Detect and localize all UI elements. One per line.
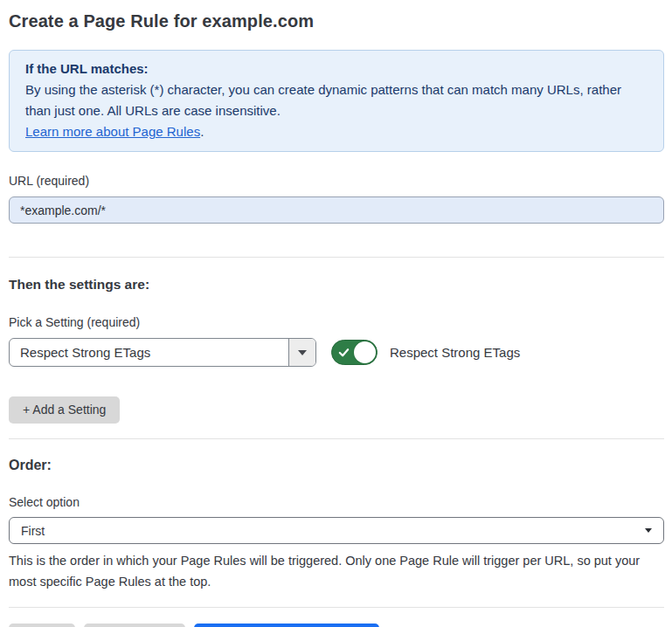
page-title: Create a Page Rule for example.com <box>9 10 664 31</box>
order-section-heading: Order: <box>9 457 664 473</box>
save-deploy-button[interactable]: Save and Deploy Page Rule <box>194 624 379 627</box>
url-field-label: URL (required) <box>9 174 664 189</box>
save-draft-button[interactable]: Save as Draft <box>84 624 186 627</box>
cancel-button[interactable]: Cancel <box>9 624 75 627</box>
caret-down-icon <box>645 528 652 533</box>
form-actions: Cancel Save as Draft Save and Deploy Pag… <box>9 624 664 627</box>
setting-select-value: Respect Strong ETags <box>10 339 288 366</box>
toggle-label: Respect Strong ETags <box>390 345 520 360</box>
respect-etags-toggle[interactable] <box>331 340 378 365</box>
link-suffix: . <box>200 124 204 139</box>
url-input[interactable] <box>9 196 664 224</box>
toggle-knob <box>354 341 376 363</box>
info-box-body: By using the asterisk (*) character, you… <box>25 79 648 121</box>
url-match-info-box: If the URL matches: By using the asteris… <box>9 50 664 152</box>
info-box-link-line: Learn more about Page Rules. <box>25 121 648 142</box>
order-help-text: This is the order in which your Page Rul… <box>9 550 660 592</box>
setting-select[interactable]: Respect Strong ETags <box>9 338 316 367</box>
order-select-value: First <box>21 524 645 538</box>
settings-section-heading: Then the settings are: <box>9 276 664 293</box>
page-rule-form: Create a Page Rule for example.com If th… <box>0 0 672 627</box>
caret-down-icon <box>298 350 307 355</box>
section-divider <box>9 438 664 439</box>
order-select-label: Select option <box>9 495 664 510</box>
setting-picker-row: Respect Strong ETags Respect Strong ETag… <box>9 338 664 367</box>
info-box-heading: If the URL matches: <box>25 59 648 79</box>
learn-more-link[interactable]: Learn more about Page Rules <box>25 124 200 139</box>
section-divider <box>9 257 664 258</box>
pick-setting-label: Pick a Setting (required) <box>9 315 664 330</box>
add-setting-button[interactable]: + Add a Setting <box>9 396 120 424</box>
setting-select-arrow-button[interactable] <box>288 339 315 366</box>
footer-divider <box>9 607 664 608</box>
check-icon <box>338 347 350 358</box>
order-select[interactable]: First <box>9 517 664 544</box>
